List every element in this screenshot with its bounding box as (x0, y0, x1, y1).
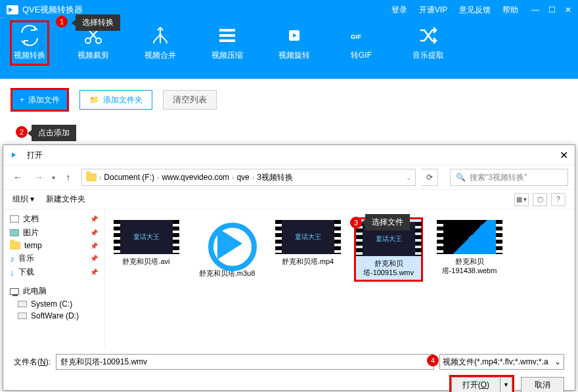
search-icon: 🔍 (456, 173, 466, 182)
svg-point-0 (85, 38, 91, 43)
merge-icon (150, 25, 171, 46)
breadcrumb[interactable]: › Document (F:)› www.qvevideo.com› qve› … (81, 169, 416, 186)
drive-icon (18, 301, 27, 307)
chevron-down-icon: ⌄ (554, 357, 561, 366)
annotation-tip-1: 选择转换 (76, 14, 120, 31)
dialog-title: 打开 (27, 150, 43, 161)
filename-input[interactable] (56, 354, 434, 370)
gif-icon: GIF (351, 25, 372, 46)
app-logo-icon (7, 5, 18, 14)
video-thumbnail: 童话大王 (120, 220, 173, 254)
nav-forward-button[interactable]: → (31, 172, 47, 183)
tree-drive-c[interactable]: System (C:) (3, 298, 104, 310)
file-list: 童话大王 舒克和贝塔.avi 舒克和贝塔.m3u8 童话大王 舒克和贝塔.mp4… (105, 209, 575, 349)
help-button[interactable]: ? (551, 193, 566, 206)
cancel-button[interactable]: 取消 (521, 377, 564, 392)
picture-icon (10, 229, 19, 236)
drive-icon (18, 313, 27, 319)
tree-documents[interactable]: 文档📌 (3, 212, 104, 226)
tool-video-convert[interactable]: 视频转换 (10, 20, 49, 66)
refresh-button[interactable]: ⟳ (421, 169, 438, 186)
annotation-badge-1: 1 (56, 16, 68, 28)
file-item[interactable]: 童话大王 舒克和贝塔.avi (112, 217, 181, 269)
file-item[interactable]: 童话大王 舒克和贝塔.mp4 (273, 217, 342, 269)
open-file-dialog: 打开 ✕ ← → ▾ ↑ › Document (F:)› www.qvevid… (3, 144, 575, 391)
tool-video-merge[interactable]: 视频合并 (141, 25, 180, 63)
folder-icon (86, 173, 97, 181)
nav-history-dropdown[interactable]: ▾ (52, 174, 55, 181)
view-options-button[interactable]: ▦ ▾ (514, 193, 529, 206)
pc-icon (10, 288, 19, 295)
search-input[interactable]: 🔍搜索"3视频转换" (450, 169, 568, 186)
svg-point-1 (96, 38, 101, 43)
file-item[interactable]: 舒克和贝塔-191438.webm (435, 217, 504, 278)
folder-icon (10, 242, 20, 250)
filename-label: 文件名(N): (14, 357, 51, 368)
clear-list-button[interactable]: 清空列表 (163, 90, 217, 110)
svg-rect-3 (219, 34, 235, 37)
feedback-link[interactable]: 意见反馈 (459, 5, 491, 16)
tool-video-compress[interactable]: 视频压缩 (208, 25, 247, 63)
folder-icon: 📁 (89, 95, 99, 104)
help-link[interactable]: 帮助 (502, 5, 518, 16)
chevron-down-icon[interactable]: ⌄ (406, 174, 411, 181)
tree-downloads[interactable]: ↓下载📌 (3, 265, 104, 279)
dialog-logo-icon (10, 150, 22, 160)
nav-back-button[interactable]: ← (10, 172, 26, 183)
annotation-badge-3: 3 (350, 217, 362, 229)
open-button[interactable]: 打开(O) (451, 377, 500, 392)
new-folder-button[interactable]: 新建文件夹 (46, 194, 85, 205)
folder-tree: 文档📌 图片📌 temp📌 ♪音乐📌 ↓下载📌 此电脑 System (C:) … (3, 209, 105, 349)
tree-drive-d[interactable]: SoftWare (D:) (3, 310, 104, 322)
minimize-button[interactable]: — (531, 5, 539, 14)
annotation-tip-3: 选择文件 (365, 214, 410, 230)
music-icon: ♪ (10, 253, 14, 264)
shuffle-icon (418, 25, 439, 46)
add-folder-button[interactable]: 📁添加文件夹 (79, 90, 152, 110)
organize-menu[interactable]: 组织 ▾ (12, 194, 34, 205)
svg-rect-4 (219, 39, 235, 42)
tree-temp[interactable]: temp📌 (3, 240, 104, 251)
annotation-badge-4: 4 (427, 355, 439, 366)
annotation-badge-2: 2 (16, 126, 28, 138)
nav-up-button[interactable]: ↑ (60, 172, 76, 183)
open-dropdown-button[interactable]: ▼ (500, 377, 512, 392)
add-file-button[interactable]: +添加文件 (11, 88, 69, 112)
video-thumbnail (443, 220, 496, 254)
svg-text:GIF: GIF (351, 33, 361, 40)
doc-icon (10, 215, 19, 223)
close-button[interactable]: ✕ (565, 5, 571, 14)
play-icon (204, 220, 250, 266)
filetype-dropdown[interactable]: 视频文件(*.mp4;*.flv;*.wmv;*.a⌄ (439, 354, 564, 370)
tree-pictures[interactable]: 图片📌 (3, 226, 104, 240)
tree-music[interactable]: ♪音乐📌 (3, 251, 104, 265)
convert-icon (19, 25, 40, 46)
tool-video-rotate[interactable]: 视频旋转 (275, 25, 314, 63)
compress-icon (217, 25, 238, 46)
video-thumbnail: 童话大王 (282, 220, 334, 254)
login-link[interactable]: 登录 (391, 5, 407, 16)
dialog-close-button[interactable]: ✕ (560, 149, 568, 162)
tool-audio-extract[interactable]: 音乐提取 (409, 25, 448, 63)
maximize-button[interactable]: ☐ (548, 5, 556, 14)
tree-this-pc[interactable]: 此电脑 (3, 284, 104, 298)
annotation-tip-2: 点击添加 (32, 125, 76, 141)
plus-icon: + (20, 95, 24, 104)
rotate-icon (284, 25, 305, 46)
download-icon: ↓ (10, 267, 14, 278)
open-button-group: 打开(O) ▼ (449, 375, 514, 392)
preview-pane-button[interactable]: ▢ (533, 193, 547, 206)
vip-link[interactable]: 开通VIP (419, 5, 447, 16)
file-item[interactable]: 舒克和贝塔.m3u8 (192, 217, 261, 280)
svg-rect-2 (219, 29, 235, 32)
tool-to-gif[interactable]: GIF 转GIF (342, 25, 381, 63)
